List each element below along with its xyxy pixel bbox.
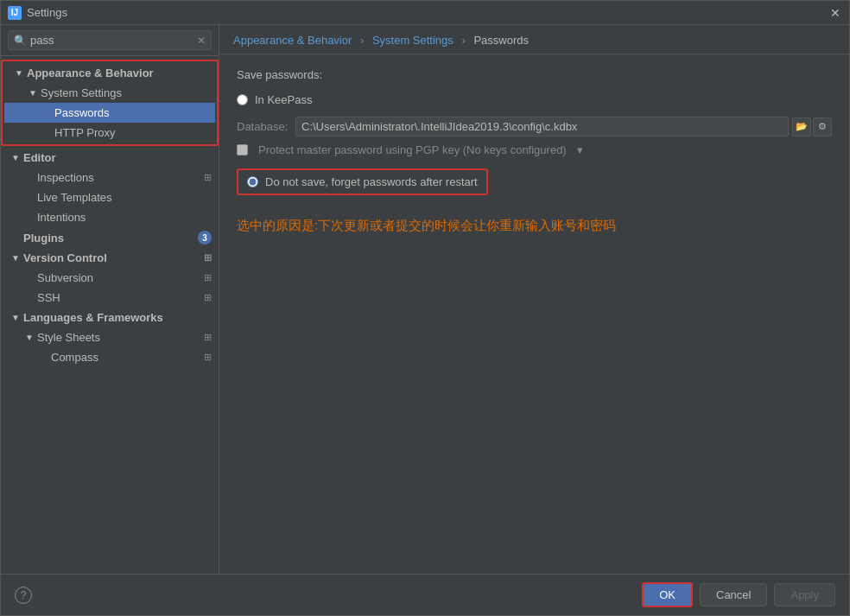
- sidebar: 🔍 ✕ ▼ Appearance & Behavior ▼ System Set…: [1, 25, 219, 574]
- sidebar-item-http-proxy[interactable]: HTTP Proxy: [4, 123, 215, 143]
- grid-icon: ⊞: [204, 292, 212, 303]
- sidebar-item-label: HTTP Proxy: [54, 126, 116, 139]
- do-not-save-radio[interactable]: [247, 176, 258, 187]
- breadcrumb: Appearance & Behavior › System Settings …: [219, 25, 849, 54]
- bottom-bar: ? OK Cancel Apply: [1, 574, 849, 615]
- grid-icon: ⊞: [204, 252, 212, 264]
- pgp-checkbox[interactable]: [237, 144, 248, 156]
- plugin-badge: 3: [198, 231, 212, 244]
- in-keepass-label: In KeePass: [255, 93, 313, 106]
- breadcrumb-link-system[interactable]: System Settings: [372, 34, 454, 47]
- sidebar-item-label: System Settings: [41, 86, 122, 99]
- sidebar-item-appearance-behavior[interactable]: ▼ Appearance & Behavior: [4, 63, 215, 83]
- arrow-icon: [25, 213, 34, 222]
- arrow-icon: [42, 128, 51, 137]
- database-browse-button[interactable]: 📂: [792, 117, 811, 137]
- in-keepass-radio[interactable]: [237, 94, 248, 105]
- arrow-icon: ▼: [11, 253, 20, 263]
- arrow-icon: ▼: [25, 333, 34, 342]
- sidebar-item-subversion[interactable]: Subversion ⊞: [1, 268, 219, 288]
- arrow-icon: ▼: [29, 88, 37, 98]
- sidebar-item-label: Version Control: [23, 251, 107, 264]
- sidebar-item-label: Compass: [51, 351, 98, 364]
- sidebar-item-inspections[interactable]: Inspections ⊞: [1, 168, 219, 187]
- title-text: Settings: [27, 6, 828, 19]
- sidebar-item-version-control[interactable]: ▼ Version Control ⊞: [1, 248, 219, 268]
- ok-button[interactable]: OK: [642, 582, 693, 607]
- apply-button[interactable]: Apply: [774, 583, 835, 606]
- sidebar-item-label: Passwords: [54, 106, 110, 119]
- breadcrumb-link-appearance[interactable]: Appearance & Behavior: [233, 34, 352, 47]
- database-row: Database: 📂 ⚙: [237, 117, 832, 137]
- sidebar-item-compass[interactable]: Compass ⊞: [1, 347, 219, 367]
- sidebar-item-plugins[interactable]: Plugins 3: [1, 227, 219, 248]
- sidebar-item-label: Live Templates: [37, 191, 111, 204]
- sidebar-item-label: Appearance & Behavior: [27, 67, 154, 79]
- do-not-save-option-outline: Do not save, forget passwords after rest…: [237, 168, 488, 195]
- sidebar-item-label: Plugins: [23, 232, 64, 244]
- arrow-icon: [25, 273, 34, 283]
- help-button[interactable]: ?: [15, 587, 32, 604]
- sidebar-item-label: Subversion: [37, 271, 93, 284]
- pgp-label: Protect master password using PGP key (N…: [258, 143, 567, 156]
- arrow-icon: ▼: [11, 153, 20, 162]
- arrow-icon: [11, 233, 20, 243]
- database-label: Database:: [237, 120, 289, 133]
- save-passwords-label: Save passwords:: [237, 68, 832, 81]
- sidebar-item-live-templates[interactable]: Live Templates: [1, 187, 219, 207]
- sidebar-item-label: SSH: [37, 291, 60, 304]
- database-actions: 📂 ⚙: [792, 117, 832, 137]
- breadcrumb-current: Passwords: [473, 34, 529, 47]
- arrow-icon: [25, 293, 34, 302]
- breadcrumb-sep-2: ›: [461, 34, 465, 47]
- tree-container: ▼ Appearance & Behavior ▼ System Setting…: [1, 56, 219, 574]
- search-icon: 🔍: [14, 35, 27, 47]
- settings-content: Save passwords: In KeePass Database: 📂 ⚙: [219, 54, 849, 574]
- grid-icon: ⊞: [204, 332, 212, 343]
- sidebar-item-editor[interactable]: ▼ Editor: [1, 148, 219, 168]
- pgp-row: Protect master password using PGP key (N…: [237, 143, 832, 156]
- sidebar-item-ssh[interactable]: SSH ⊞: [1, 288, 219, 308]
- search-wrapper: 🔍 ✕: [8, 30, 212, 50]
- in-keepass-option[interactable]: In KeePass: [237, 90, 832, 110]
- content-area: 🔍 ✕ ▼ Appearance & Behavior ▼ System Set…: [1, 25, 849, 574]
- arrow-icon: ▼: [15, 68, 23, 78]
- settings-window: IJ Settings ✕ 🔍 ✕ ▼ Appea: [0, 0, 850, 616]
- arrow-icon: [39, 352, 48, 362]
- sidebar-item-style-sheets[interactable]: ▼ Style Sheets ⊞: [1, 327, 219, 347]
- close-button[interactable]: ✕: [828, 6, 842, 20]
- sidebar-item-languages-frameworks[interactable]: ▼ Languages & Frameworks: [1, 308, 219, 327]
- sidebar-item-label: Languages & Frameworks: [23, 311, 163, 324]
- arrow-icon: [25, 173, 34, 182]
- appearance-behavior-group-outline: ▼ Appearance & Behavior ▼ System Setting…: [1, 60, 219, 146]
- sidebar-item-label: Intentions: [37, 211, 86, 224]
- sidebar-item-label: Style Sheets: [37, 331, 100, 344]
- title-bar: IJ Settings ✕: [1, 1, 849, 25]
- arrow-icon: [25, 193, 34, 202]
- grid-icon: ⊞: [204, 352, 212, 363]
- sidebar-item-passwords[interactable]: Passwords: [4, 103, 215, 123]
- grid-icon: ⊞: [204, 272, 212, 283]
- arrow-icon: [42, 108, 51, 117]
- app-icon: IJ: [8, 6, 22, 20]
- search-clear-icon[interactable]: ✕: [197, 35, 206, 47]
- database-field[interactable]: [295, 117, 789, 137]
- do-not-save-radio-item[interactable]: Do not save, forget passwords after rest…: [247, 175, 478, 188]
- sidebar-item-label: Inspections: [37, 171, 94, 184]
- search-input[interactable]: [30, 34, 197, 47]
- cancel-button[interactable]: Cancel: [700, 583, 767, 606]
- arrow-icon: ▼: [11, 313, 20, 322]
- sidebar-item-intentions[interactable]: Intentions: [1, 207, 219, 227]
- sidebar-item-system-settings[interactable]: ▼ System Settings: [4, 83, 215, 103]
- main-panel: Appearance & Behavior › System Settings …: [219, 25, 849, 574]
- database-settings-button[interactable]: ⚙: [813, 117, 832, 137]
- chinese-note: 选中的原因是:下次更新或者提交的时候会让你重新输入账号和密码: [237, 216, 832, 236]
- grid-icon: ⊞: [204, 172, 212, 183]
- sidebar-item-label: Editor: [23, 151, 56, 164]
- breadcrumb-sep-1: ›: [360, 34, 364, 47]
- pgp-dropdown-arrow: ▾: [577, 143, 583, 156]
- do-not-save-label: Do not save, forget passwords after rest…: [265, 175, 478, 188]
- search-box: 🔍 ✕: [1, 25, 219, 56]
